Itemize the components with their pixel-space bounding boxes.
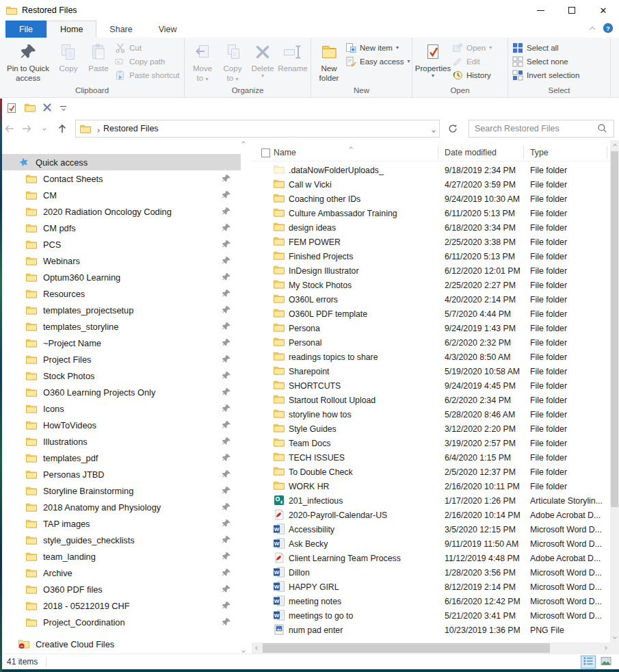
collapse-ribbon-icon[interactable]	[590, 22, 594, 34]
minimize-button[interactable]	[525, 0, 556, 21]
close-button[interactable]: ✕	[588, 0, 619, 21]
file-row[interactable]: Personal 6/2/2020 2:32 PM File folder	[252, 335, 610, 350]
cut-button[interactable]: Cut	[115, 42, 180, 53]
file-row[interactable]: Persona 9/24/2019 1:43 PM File folder	[252, 321, 610, 335]
refresh-icon[interactable]	[445, 124, 460, 133]
maximize-button[interactable]	[556, 0, 588, 21]
invert-selection-button[interactable]: Invert selection	[512, 70, 579, 81]
sidebar-item[interactable]: Personas JTBD	[0, 466, 241, 482]
sidebar-item[interactable]: Archive	[0, 565, 241, 581]
sidebar-item[interactable]: ~Project Name	[0, 335, 241, 351]
file-row[interactable]: readings topics to share 4/3/2020 8:50 A…	[252, 350, 610, 364]
search-box[interactable]	[469, 120, 614, 138]
file-row[interactable]: Sharepoint 5/19/2020 10:58 AM File folde…	[252, 364, 610, 378]
paste-button[interactable]: Paste	[83, 40, 114, 75]
sidebar-item[interactable]: TAP images	[0, 515, 241, 532]
recent-locations-icon[interactable]	[36, 127, 53, 130]
file-row[interactable]: 201_infectious 1/17/2020 1:26 PM Articul…	[252, 493, 610, 508]
scroll-down-icon[interactable]	[240, 649, 247, 652]
file-row[interactable]: Startout Rollout Upload 6/2/2020 2:34 PM…	[252, 393, 610, 407]
file-row[interactable]: FEM POWER 2/25/2020 3:38 PM File folder	[252, 235, 610, 249]
file-row[interactable]: My Stock Photos 2/25/2020 2:27 PM File f…	[252, 278, 610, 292]
easy-access-button[interactable]: Easy access▾	[345, 56, 410, 67]
sidebar-item[interactable]: O360 PDF files	[0, 581, 241, 597]
pin-to-quick-access-button[interactable]: Pin to Quick access	[3, 40, 53, 86]
file-list-vertical-scrollbar[interactable]	[610, 140, 619, 654]
qat-delete-icon[interactable]	[42, 103, 53, 114]
back-icon[interactable]	[0, 123, 18, 134]
new-item-button[interactable]: New item▾	[345, 42, 410, 53]
file-row[interactable]: Style Guides 3/12/2020 2:20 PM File fold…	[252, 422, 610, 436]
file-row[interactable]: .dataNowFolderUploads_ 9/18/2019 2:34 PM…	[252, 163, 610, 177]
file-row[interactable]: Call w Vicki 4/27/2020 3:59 PM File fold…	[252, 177, 610, 192]
column-header-date-modified[interactable]: Date modified	[445, 148, 497, 157]
select-all-checkbox[interactable]	[261, 148, 270, 157]
file-row[interactable]: WORK HR 2/16/2020 10:11 PM File folder	[252, 479, 610, 493]
file-row[interactable]: 2020-Payroll-Calendar-US 2/16/2020 10:14…	[252, 508, 610, 522]
sidebar-item[interactable]: CM	[0, 187, 241, 203]
sidebar-item[interactable]: style_guides_checklists	[0, 532, 241, 548]
file-row[interactable]: W Ask Becky 9/11/2019 11:50 AM Microsoft…	[252, 537, 610, 551]
select-all-button[interactable]: Select all	[512, 42, 579, 53]
details-view-button[interactable]	[581, 656, 596, 669]
forward-icon[interactable]	[18, 123, 36, 134]
file-row[interactable]: Client Learning Team Process 11/12/2019 …	[252, 551, 610, 565]
sidebar-item[interactable]: team_landing	[0, 548, 241, 565]
sidebar-item-quick-access[interactable]: Quick access	[0, 154, 241, 170]
address-bar[interactable]: Restored Files	[75, 120, 440, 138]
file-row[interactable]: Finished Projects 6/11/2020 5:13 PM File…	[252, 249, 610, 263]
scroll-up-icon[interactable]	[610, 140, 619, 151]
sidebar-item[interactable]: HowToVideos	[0, 417, 241, 433]
tab-view[interactable]: View	[146, 21, 190, 38]
sidebar-item[interactable]: Project Files	[0, 351, 241, 367]
copy-button[interactable]: Copy	[53, 40, 83, 75]
sidebar-item[interactable]: CM pdfs	[0, 220, 241, 236]
rename-button[interactable]: Rename	[278, 40, 308, 75]
scroll-left-icon[interactable]	[252, 647, 262, 649]
sidebar-item[interactable]: templates_storyline	[0, 318, 241, 335]
search-icon[interactable]	[597, 123, 608, 134]
file-row[interactable]: O360L errors 4/20/2020 2:14 PM File fold…	[252, 292, 610, 307]
sidebar-item[interactable]: O360 Learning Projects Only	[0, 384, 241, 400]
file-row[interactable]: W meetings to go to 5/21/2020 3:41 PM Mi…	[252, 608, 610, 623]
sidebar-item[interactable]: 2018 Anatomy and Physiology	[0, 499, 241, 515]
qat-new-folder-icon[interactable]	[25, 103, 36, 114]
scrollbar-thumb[interactable]	[263, 643, 550, 653]
scroll-right-icon[interactable]	[600, 647, 610, 649]
tab-file[interactable]: File	[5, 21, 47, 38]
move-to-button[interactable]: Move to ▾	[187, 40, 218, 86]
help-icon[interactable]: ?	[603, 23, 614, 34]
search-input[interactable]	[475, 124, 597, 133]
address-dropdown-icon[interactable]	[432, 122, 435, 135]
qat-properties-icon[interactable]	[7, 103, 18, 114]
file-row[interactable]: SHORTCUTS 9/24/2019 4:45 PM File folder	[252, 378, 610, 393]
select-none-button[interactable]: Select none	[512, 56, 579, 67]
file-row[interactable]: Team Docs 3/19/2020 2:57 PM File folder	[252, 436, 610, 450]
sidebar-scrollbar[interactable]	[241, 142, 250, 652]
copy-to-button[interactable]: Copy to ▾	[218, 40, 248, 86]
file-row[interactable]: O360L PDF template 5/7/2020 4:44 PM File…	[252, 307, 610, 321]
breadcrumb-chevron-icon[interactable]	[96, 122, 99, 135]
file-row[interactable]: design ideas 6/18/2020 3:34 PM File fold…	[252, 220, 610, 235]
customize-toolbar-icon[interactable]	[60, 106, 66, 110]
tab-share[interactable]: Share	[96, 21, 145, 38]
thumbnails-view-button[interactable]	[598, 656, 614, 669]
sidebar-item[interactable]: Stock Photos	[0, 367, 241, 384]
file-row[interactable]: Coaching other IDs 9/24/2019 10:30 AM Fi…	[252, 192, 610, 206]
sidebar-item[interactable]: Icons	[0, 400, 241, 417]
scrollbar-thumb[interactable]	[611, 151, 618, 507]
sidebar-item[interactable]: 2018 - 05212019 CHF	[0, 597, 241, 614]
sidebar-item[interactable]: templates_pdf	[0, 450, 241, 466]
file-row[interactable]: W Accessibility 3/5/2020 12:15 PM Micros…	[252, 522, 610, 537]
paste-shortcut-button[interactable]: Paste shortcut	[115, 70, 180, 81]
breadcrumb[interactable]: Restored Files	[103, 124, 159, 133]
sidebar-item[interactable]: PCS	[0, 236, 241, 253]
column-header-type[interactable]: Type	[530, 148, 549, 157]
history-button[interactable]: History	[452, 70, 492, 81]
file-row[interactable]: W meeting notes 6/16/2020 12:42 PM Micro…	[252, 594, 610, 608]
sidebar-item[interactable]: 2020 Radiation Oncology Coding	[0, 203, 241, 220]
copy-path-button[interactable]: w... Copy path	[115, 56, 180, 67]
column-header-name[interactable]: Name	[274, 148, 296, 157]
file-row[interactable]: W Dillon 1/28/2020 3:56 PM Microsoft Wor…	[252, 565, 610, 580]
file-row[interactable]: W HAPPY GIRL 8/12/2019 2:14 PM Microsoft…	[252, 580, 610, 594]
